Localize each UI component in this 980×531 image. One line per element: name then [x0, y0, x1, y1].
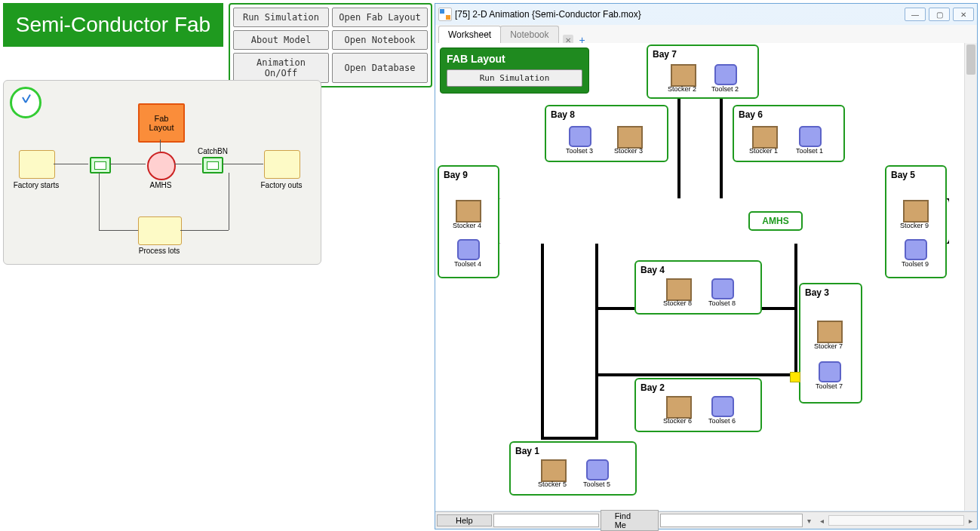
stocker-1[interactable] — [752, 126, 778, 149]
window-title-text: [75] 2-D Animation {Semi-Conductor Fab.m… — [455, 9, 641, 20]
tab-worksheet[interactable]: Worksheet — [438, 26, 501, 43]
stocker-5[interactable] — [541, 459, 567, 482]
toolset-6[interactable] — [711, 396, 734, 417]
track — [541, 241, 544, 440]
queue-chip-1[interactable] — [90, 157, 111, 173]
stocker-8[interactable] — [666, 278, 692, 301]
clock-icon — [10, 87, 41, 118]
run-simulation-button[interactable]: Run Simulation — [233, 8, 329, 27]
bay-5-title: Bay 5 — [886, 167, 945, 183]
open-database-button[interactable]: Open Database — [332, 53, 428, 83]
lot-marker — [790, 372, 800, 382]
stocker-2-label: Stocker 2 — [665, 85, 699, 93]
bay-8-title: Bay 8 — [546, 106, 667, 123]
process-lots-label: Process lots — [132, 247, 186, 255]
bay-3-title: Bay 3 — [800, 284, 861, 301]
bay-9-title: Bay 9 — [439, 167, 498, 183]
connector — [99, 230, 138, 231]
close-button[interactable]: ✕ — [953, 8, 974, 21]
factory-outs-block[interactable] — [264, 150, 300, 179]
find-me-button[interactable]: Find Me — [601, 510, 659, 531]
horizontal-scrollbar[interactable] — [828, 515, 964, 526]
toolset-7-label: Toolset 7 — [811, 382, 847, 390]
animation-window: [75] 2-D Animation {Semi-Conductor Fab.m… — [435, 3, 978, 529]
toolset-3[interactable] — [569, 126, 591, 147]
bay-4[interactable]: Bay 4 Stocker 8 Toolset 8 — [634, 260, 762, 315]
b
-2: Bay 2 — [636, 379, 760, 396]
stocker-4[interactable] — [456, 200, 481, 223]
connector — [229, 173, 229, 230]
connector — [180, 230, 229, 231]
stocker-6-label: Stocker 6 — [660, 417, 695, 425]
bay-6[interactable]: Bay 6 Stocker 1 Toolset 1 — [733, 105, 845, 162]
open-fab-layout-button[interactable]: Open Fab Layout — [332, 8, 428, 27]
fab-layout-title: FAB Layout — [447, 53, 582, 65]
toolset-1[interactable] — [799, 126, 822, 147]
toolset-8-label: Toolset 8 — [704, 299, 740, 307]
tab-notebook[interactable]: Notebook — [500, 26, 558, 43]
amhs-node[interactable] — [147, 152, 176, 180]
bay-1[interactable]: Bay 1 Stocker 5 Toolset 5 — [509, 441, 637, 496]
bay-9[interactable]: Bay 9 Stocker 4 Toolset 4 — [438, 165, 499, 278]
stocker-9[interactable] — [903, 200, 929, 223]
stocker-7[interactable] — [817, 321, 843, 343]
bay-2[interactable]: Bay 2 Stocker 6 Toolset 6 — [634, 378, 762, 432]
control-panel: Run Simulation Open Fab Layout About Mod… — [229, 3, 432, 87]
bay-7-title: Bay 7 — [648, 46, 757, 63]
layout-canvas[interactable]: FAB Layout Run Simulation AMHS Bay 7 Sto… — [435, 43, 977, 511]
run-simulation-button-2[interactable]: Run Simulation — [447, 69, 582, 87]
stocker-8-label: Stocker 8 — [660, 299, 695, 307]
status-bar: Help Find Me ▾ ◂ ▸ — [435, 511, 977, 529]
track — [496, 241, 949, 244]
toolset-4[interactable] — [457, 239, 480, 260]
process-lots-block[interactable] — [138, 216, 182, 245]
queue-chip-2[interactable] — [202, 157, 223, 173]
about-model-button[interactable]: About Model — [233, 30, 329, 50]
track — [794, 241, 797, 376]
dropdown-icon[interactable]: ▾ — [807, 517, 811, 525]
track — [677, 93, 680, 198]
toolset-2[interactable] — [714, 64, 737, 85]
bay-6-title: Bay 6 — [734, 106, 843, 123]
search-input[interactable] — [493, 514, 599, 527]
minimize-button[interactable]: — — [905, 8, 926, 21]
window-titlebar[interactable]: [75] 2-D Animation {Semi-Conductor Fab.m… — [435, 4, 977, 25]
toolset-2-label: Toolset 2 — [707, 85, 743, 93]
app-logo-icon — [438, 8, 452, 21]
toolset-4-label: Toolset 4 — [450, 260, 486, 268]
help-button[interactable]: Help — [437, 514, 492, 526]
stocker-3[interactable] — [617, 126, 643, 149]
connector — [160, 140, 161, 152]
toolset-8[interactable] — [711, 278, 734, 299]
toolset-5-label: Toolset 5 — [579, 480, 615, 488]
connector — [99, 173, 100, 230]
bay-1-title: Bay 1 — [511, 443, 635, 459]
bay-3[interactable]: Bay 3 Stocker 7 Toolset 7 — [799, 283, 862, 404]
toolset-9[interactable] — [905, 239, 927, 260]
track — [595, 241, 598, 440]
factory-starts-block[interactable] — [19, 150, 55, 179]
bay-7[interactable]: Bay 7 Stocker 2 Toolset 2 — [647, 45, 759, 99]
toolset-9-label: Toolset 9 — [897, 260, 933, 268]
vertical-scrollbar[interactable] — [964, 43, 977, 511]
stocker-2[interactable] — [671, 64, 696, 87]
find-input[interactable] — [660, 514, 802, 527]
scroll-left-icon[interactable]: ◂ — [820, 517, 824, 525]
factory-starts-label: Factory starts — [11, 181, 61, 189]
stocker-6[interactable] — [666, 396, 692, 419]
animation-toggle-button[interactable]: Animation On/Off — [233, 53, 329, 83]
bay-8[interactable]: Bay 8 Toolset 3 Stocker 3 — [545, 105, 668, 162]
toolset-7[interactable] — [819, 361, 841, 382]
toolset-1-label: Toolset 1 — [791, 147, 828, 155]
page-title: Semi-Conductor Fab — [3, 3, 223, 47]
amhs-loop-label: AMHS — [496, 198, 949, 244]
connector — [174, 164, 201, 164]
toolset-5[interactable] — [586, 459, 609, 480]
scroll-right-icon[interactable]: ▸ — [969, 517, 972, 525]
stocker-4-label: Stocker 4 — [450, 222, 484, 229]
connector — [54, 164, 88, 164]
maximize-button[interactable]: ▢ — [929, 8, 950, 21]
fab-layout-block[interactable]: Fab Layout — [138, 103, 185, 143]
open-notebook-button[interactable]: Open Notebook — [332, 30, 428, 50]
bay-5[interactable]: Bay 5 Stocker 9 Toolset 9 — [885, 165, 947, 278]
